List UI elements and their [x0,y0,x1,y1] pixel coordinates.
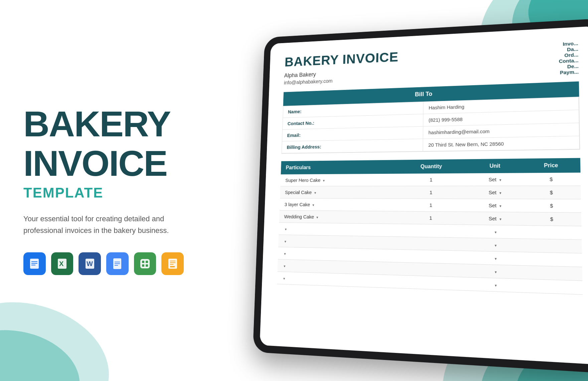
svg-rect-29 [170,266,175,267]
item-price: $ [522,172,581,186]
google-docs-icon [106,252,129,275]
numbers-icon [134,252,156,275]
billing-address-value: 20 Third St. New Bern, NC 28560 [423,136,580,151]
table-row: Special Cake ▾ 1 Set ▾ $ [280,186,581,199]
svg-rect-28 [170,264,173,265]
item-quantity: 1 [395,186,468,199]
invoice-main-title: BAKERY INVOICE [284,49,399,70]
svg-rect-9 [31,261,37,262]
item-unit: Set ▾ [468,173,522,186]
google-sheets-icon [23,252,46,275]
item-unit-empty: ▾ [468,251,523,266]
description-text: Your essential tool for creating detaile… [23,213,184,236]
billing-address-label: Billing Address: [282,139,423,153]
svg-rect-11 [31,265,35,265]
item-quantity-empty [394,262,468,277]
svg-text:W: W [87,260,93,267]
item-quantity: 1 [395,173,468,186]
item-unit-empty: ▾ [468,238,523,252]
item-unit: Set ▾ [468,199,523,212]
app-icons-row: X W [23,252,184,275]
tablet-screen: BAKERY INVOICE Alpha Bakery info@alphaba… [260,26,588,365]
svg-rect-22 [146,261,148,263]
pages-icon [161,252,184,275]
item-name-empty: ▾ [279,223,394,237]
item-quantity-empty [394,224,468,238]
svg-text:X: X [59,260,64,267]
subtitle: TEMPLATE [23,185,184,201]
invoice-meta-right: Invo... Da... Ord... Conta... De... Paym… [559,40,579,76]
payment-label: Paym... [559,69,579,75]
items-table: Particulars Quantity Unit Price Super He… [277,158,583,295]
invoice-title-block: BAKERY INVOICE Alpha Bakery info@alphaba… [284,49,399,86]
item-unit-empty: ▾ [468,264,523,279]
item-price-empty [523,265,582,281]
left-panel: BAKERY INVOICE TEMPLATE Your essential t… [0,0,207,381]
col-price: Price [522,158,581,173]
svg-rect-10 [31,263,37,264]
table-header-row: Particulars Quantity Unit Price [281,158,580,174]
tablet-mockup: BAKERY INVOICE Alpha Bakery info@alphaba… [247,23,588,358]
item-name: 3 layer Cake ▾ [280,198,395,211]
item-unit: Set ▾ [468,212,523,226]
item-unit-empty: ▾ [468,277,523,292]
item-unit: Set ▾ [468,186,523,199]
item-price: $ [523,186,581,199]
item-name: Special Cake ▾ [280,186,395,199]
svg-rect-20 [140,259,150,268]
item-price-empty [523,239,582,253]
svg-rect-27 [170,262,175,263]
tablet-frame: BAKERY INVOICE Alpha Bakery info@alphaba… [253,18,588,374]
invoice-document: BAKERY INVOICE Alpha Bakery info@alphaba… [260,26,588,365]
item-name: Super Hero Cake ▾ [280,174,395,186]
invoice-header: BAKERY INVOICE Alpha Bakery info@alphaba… [284,40,579,86]
item-quantity: 1 [395,199,468,212]
col-quantity: Quantity [395,159,468,174]
title-line1: BAKERY [23,106,184,142]
title-line2: INVOICE [23,145,184,181]
col-unit: Unit [468,159,522,173]
table-row: Super Hero Cake ▾ 1 Set ▾ $ [280,172,581,186]
word-icon: W [79,252,101,275]
main-heading: BAKERY INVOICE [23,106,184,185]
item-quantity-empty [394,249,468,264]
svg-rect-17 [115,262,120,262]
svg-rect-23 [142,264,144,267]
svg-rect-24 [146,264,148,267]
col-particulars: Particulars [281,160,395,174]
excel-icon: X [51,252,74,275]
item-quantity-empty [394,237,468,251]
item-price-empty [523,225,582,240]
item-unit-empty: ▾ [468,225,523,239]
item-price-empty [523,279,583,295]
svg-rect-19 [115,265,118,266]
item-price: $ [523,199,581,213]
item-quantity: 1 [394,211,468,225]
item-quantity-empty [394,275,468,290]
svg-rect-18 [115,263,120,264]
svg-rect-26 [170,261,175,261]
item-price: $ [523,212,581,226]
svg-rect-21 [142,261,144,263]
bill-to-grid: Name: Hashim Harding Contact No.: (821) … [282,97,580,154]
item-price-empty [523,252,582,267]
item-name: Wedding Cake ▾ [279,210,395,224]
